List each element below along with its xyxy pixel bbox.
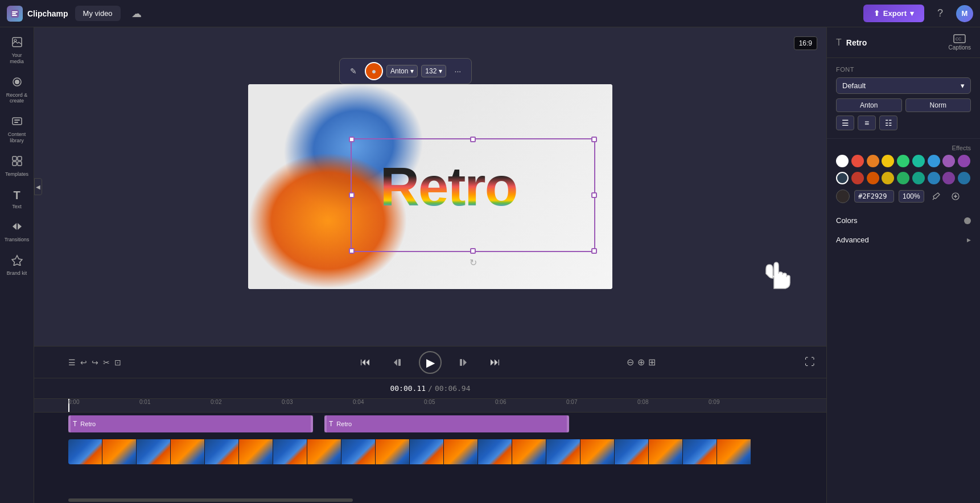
retro-text-element: Retro — [380, 159, 517, 214]
edit-text-btn[interactable]: ✎ — [345, 63, 361, 79]
text-track-1[interactable]: T Retro — [68, 415, 313, 432]
timeline-redo-btn[interactable]: ↪ — [92, 358, 98, 367]
rewind-btn[interactable] — [387, 352, 407, 373]
swatch-darkorange[interactable] — [867, 172, 879, 184]
zoom-out-btn[interactable]: ⊖ — [627, 357, 634, 368]
topbar: Clipchamp My video ☁ ⬆ Export ▾ ? M — [0, 0, 980, 27]
active-tab[interactable]: My video — [75, 6, 121, 21]
filmstrip-track[interactable] — [68, 439, 826, 464]
record-icon — [11, 76, 23, 90]
timeline-scrollbar[interactable] — [34, 498, 826, 502]
swatch-blue[interactable] — [928, 155, 940, 167]
advanced-section[interactable]: Advanced ▸ — [827, 228, 980, 251]
svg-marker-15 — [12, 255, 22, 266]
fullscreen-btn[interactable]: ⛶ — [805, 356, 815, 368]
scrollbar-thumb[interactable] — [68, 498, 353, 502]
export-button[interactable]: ⬆ Export ▾ — [863, 5, 924, 22]
sidebar-item-text[interactable]: T Text — [2, 184, 32, 215]
text-track-container: T Retro T Retro — [68, 414, 826, 435]
swatch-dark[interactable] — [836, 172, 849, 184]
sidebar-label-record: Record & create — [6, 92, 28, 105]
fit-timeline-btn[interactable]: ⊞ — [648, 357, 656, 368]
colors-indicator — [964, 217, 971, 224]
avatar[interactable]: M — [956, 5, 973, 22]
sidebar-item-record-create[interactable]: Record & create — [2, 72, 32, 109]
swatch-darkred[interactable] — [851, 172, 864, 184]
align-left-btn[interactable]: ☰ — [836, 116, 854, 130]
collapse-left-panel[interactable]: ◀ — [34, 178, 42, 195]
swatch-yellow[interactable] — [882, 155, 894, 167]
center-area: 16:9 ◀ ✎ ● Anton ▾ 132 ▾ ··· — [34, 27, 826, 503]
text-track-icon-1: T — [73, 420, 77, 428]
canvas-area: 16:9 ◀ ✎ ● Anton ▾ 132 ▾ ··· — [34, 27, 826, 346]
film-frame-13 — [478, 439, 512, 464]
swatch-green[interactable] — [897, 155, 909, 167]
skip-to-start-btn[interactable]: ⏮ — [355, 352, 376, 373]
swatch-navy[interactable] — [958, 172, 970, 184]
more-options-btn[interactable]: ··· — [450, 63, 466, 79]
align-right-btn[interactable]: ☷ — [879, 116, 897, 130]
timeline-menu-btn[interactable]: ☰ — [68, 358, 76, 367]
main-area: Your media Record & create Content libra… — [0, 27, 980, 503]
track-1-right-handle[interactable] — [311, 415, 313, 432]
sidebar-item-content-library[interactable]: Content library — [2, 111, 32, 149]
color-picker-btn[interactable]: ● — [365, 62, 383, 80]
swatch-darkpurple[interactable] — [958, 155, 970, 167]
timeline-stamp-btn[interactable]: ⊡ — [114, 358, 121, 367]
font-style-btn[interactable]: Norm — [905, 98, 971, 112]
svg-rect-1 — [12, 11, 18, 13]
swatch-darkteal[interactable] — [912, 172, 925, 184]
swatch-darkpurple2[interactable] — [942, 172, 955, 184]
timeline-controls-bar: ☰ ↩ ↪ ✂ ⊡ — [68, 358, 121, 367]
zoom-in-btn[interactable]: ⊕ — [637, 357, 645, 368]
text-icon: T — [13, 189, 20, 202]
forward-btn[interactable] — [453, 352, 473, 373]
svg-rect-17 — [460, 359, 462, 366]
font-size-select[interactable]: 132 ▾ — [421, 65, 446, 77]
app-logo[interactable]: Clipchamp — [7, 6, 68, 22]
film-frame-1 — [68, 439, 102, 464]
color-preview[interactable] — [836, 189, 850, 203]
timeline-toolbar: 00:00.11 / 00:06.94 — [34, 378, 826, 399]
text-track-2[interactable]: T Retro — [324, 415, 569, 432]
track-1-left-handle[interactable] — [68, 415, 71, 432]
opacity-input[interactable] — [899, 190, 924, 203]
font-family-dropdown[interactable]: Default ▾ — [836, 77, 971, 94]
sidebar-item-templates[interactable]: Templates — [2, 151, 32, 182]
help-button[interactable]: ? — [931, 5, 949, 23]
timeline-cut-btn[interactable]: ✂ — [103, 358, 110, 367]
eyedropper-btn[interactable] — [929, 189, 944, 204]
swatch-orange[interactable] — [867, 155, 879, 167]
sidebar-item-brand-kit[interactable]: Brand kit — [2, 250, 32, 281]
sidebar-label-brand: Brand kit — [7, 270, 27, 277]
add-color-btn[interactable] — [948, 189, 963, 204]
ruler-mark-3: 0:03 — [282, 399, 293, 405]
swatch-white[interactable] — [836, 155, 849, 167]
timeline-undo-btn[interactable]: ↩ — [80, 358, 87, 367]
swatch-darkblue[interactable] — [928, 172, 940, 184]
swatch-darkyellow[interactable] — [882, 172, 894, 184]
svg-rect-16 — [398, 359, 401, 366]
track-2-left-handle[interactable] — [324, 415, 327, 432]
sidebar-item-your-media[interactable]: Your media — [2, 32, 32, 69]
skip-to-end-btn[interactable]: ⏭ — [485, 352, 505, 373]
hex-input[interactable] — [854, 190, 894, 203]
svg-line-20 — [933, 198, 934, 200]
film-frame-8 — [307, 439, 341, 464]
font-select[interactable]: Anton ▾ — [386, 65, 418, 77]
align-center-btn[interactable]: ≡ — [858, 116, 876, 130]
captions-button[interactable]: CC Captions — [949, 34, 971, 51]
swatch-teal[interactable] — [912, 155, 925, 167]
font-name-btn[interactable]: Anton — [836, 98, 902, 112]
track-2-right-handle[interactable] — [567, 415, 569, 432]
swatch-red[interactable] — [851, 155, 864, 167]
play-button[interactable]: ▶ — [419, 351, 442, 374]
swatch-purple[interactable] — [942, 155, 955, 167]
zoom-controls: ⊖ ⊕ ⊞ — [627, 357, 656, 368]
cloud-icon[interactable]: ☁ — [127, 5, 146, 23]
swatch-darkgreen[interactable] — [897, 172, 909, 184]
svg-rect-12 — [18, 156, 22, 160]
sidebar-item-transitions[interactable]: Transitions — [2, 216, 32, 248]
ruler-mark-0: 0:00 — [68, 399, 79, 405]
cursor-hand — [758, 249, 792, 300]
